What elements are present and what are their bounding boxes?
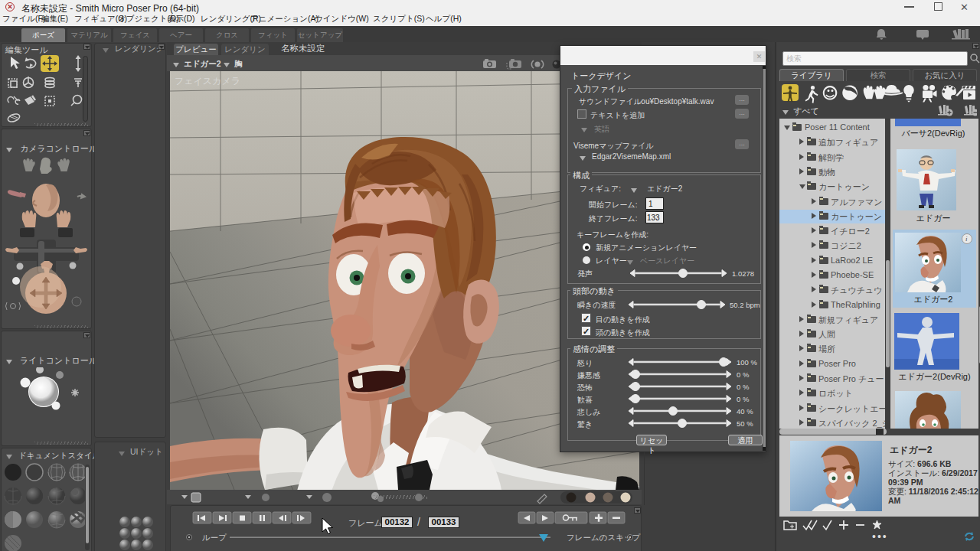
svg-text:フェイスカメラ: フェイスカメラ: [175, 76, 240, 86]
